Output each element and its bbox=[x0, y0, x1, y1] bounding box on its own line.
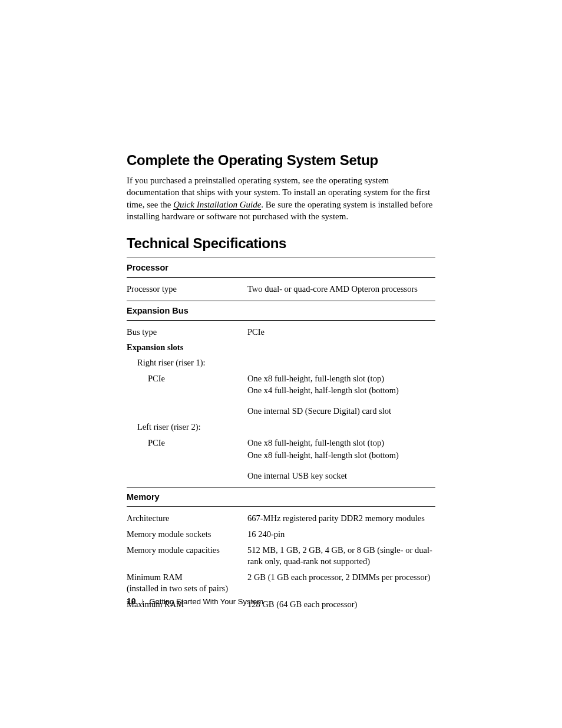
table-row: Memory module capacities 512 MB, 1 GB, 2… bbox=[127, 542, 435, 569]
table-row: One internal USB key socket bbox=[127, 468, 435, 484]
table-row: PCIe One x8 full-height, full-length slo… bbox=[127, 435, 435, 465]
separator bbox=[127, 277, 435, 278]
table-row: Right riser (riser 1): bbox=[127, 355, 435, 371]
cell-label: Right riser (riser 1): bbox=[127, 357, 247, 368]
table-row: Architecture 667-MHz registered parity D… bbox=[127, 510, 435, 526]
cell-label: Bus type bbox=[127, 327, 247, 338]
spec-table: Processor Processor type Two dual- or qu… bbox=[127, 258, 435, 612]
value-line: One x4 full-height, half-length slot (bo… bbox=[247, 385, 435, 396]
page-footer: 10 | Getting Started With Your System bbox=[127, 597, 263, 606]
cell-label: PCIe bbox=[127, 373, 247, 398]
cell-value: Two dual- or quad-core AMD Opteron proce… bbox=[247, 284, 435, 295]
cell-value: One x8 full-height, full-length slot (to… bbox=[247, 437, 435, 462]
cell-value bbox=[247, 357, 435, 368]
table-row: Processor type Two dual- or quad-core AM… bbox=[127, 281, 435, 297]
body-paragraph: If you purchased a preinstalled operatin… bbox=[127, 174, 435, 222]
cell-label: Memory module sockets bbox=[127, 529, 247, 540]
cell-value: PCIe bbox=[247, 327, 435, 338]
page-content: Complete the Operating System Setup If y… bbox=[127, 152, 435, 612]
cell-value: 667-MHz registered parity DDR2 memory mo… bbox=[247, 513, 435, 524]
cell-value: 128 GB (64 GB each processor) bbox=[247, 599, 435, 610]
section-expansion: Expansion Bus bbox=[127, 305, 435, 317]
cell-value: One internal USB key socket bbox=[247, 470, 435, 482]
cell-value: One x8 full-height, full-length slot (to… bbox=[247, 373, 435, 398]
value-line: Minimum RAM bbox=[127, 572, 243, 583]
value-line: One x8 full-height, full-length slot (to… bbox=[247, 373, 435, 384]
table-row: Memory module sockets 16 240-pin bbox=[127, 526, 435, 542]
cell-value: One internal SD (Secure Digital) card sl… bbox=[247, 406, 435, 417]
table-row: Left riser (riser 2): bbox=[127, 419, 435, 435]
cell-label bbox=[127, 406, 247, 417]
cell-label: PCIe bbox=[127, 437, 247, 462]
cell-value: 2 GB (1 GB each processor, 2 DIMMs per p… bbox=[247, 572, 435, 594]
cell-label: Architecture bbox=[127, 513, 247, 524]
separator bbox=[127, 320, 435, 321]
cell-label: Minimum RAM (installed in two sets of pa… bbox=[127, 572, 247, 594]
cell-label: Processor type bbox=[127, 284, 247, 295]
table-row: PCIe One x8 full-height, full-length slo… bbox=[127, 371, 435, 400]
cell-value: 16 240-pin bbox=[247, 529, 435, 540]
cell-label: Left riser (riser 2): bbox=[127, 421, 247, 433]
page-number: 10 bbox=[127, 597, 136, 606]
cell-value: 512 MB, 1 GB, 2 GB, 4 GB, or 8 GB (singl… bbox=[247, 545, 435, 567]
table-row: One internal SD (Secure Digital) card sl… bbox=[127, 403, 435, 419]
heading-tech-specs: Technical Specifications bbox=[127, 235, 435, 252]
separator bbox=[127, 487, 435, 487]
cell-label bbox=[127, 470, 247, 482]
value-line: One x8 full-height, half-length slot (bo… bbox=[247, 450, 435, 461]
heading-os-setup: Complete the Operating System Setup bbox=[127, 152, 435, 169]
expansion-slots-header: Expansion slots bbox=[127, 340, 435, 355]
table-row: Bus type PCIe bbox=[127, 324, 435, 340]
separator bbox=[127, 258, 435, 258]
value-line: One x8 full-height, full-length slot (to… bbox=[247, 437, 435, 449]
quick-install-guide-link: Quick Installation Guide bbox=[173, 200, 261, 210]
cell-label: Memory module capacities bbox=[127, 545, 247, 567]
section-memory: Memory bbox=[127, 491, 435, 503]
separator bbox=[127, 301, 435, 301]
value-line: (installed in two sets of pairs) bbox=[127, 583, 243, 594]
section-processor: Processor bbox=[127, 262, 435, 274]
table-row: Minimum RAM (installed in two sets of pa… bbox=[127, 569, 435, 597]
footer-divider: | bbox=[142, 598, 144, 605]
chapter-title: Getting Started With Your System bbox=[149, 597, 263, 606]
separator bbox=[127, 506, 435, 507]
cell-value bbox=[247, 421, 435, 433]
